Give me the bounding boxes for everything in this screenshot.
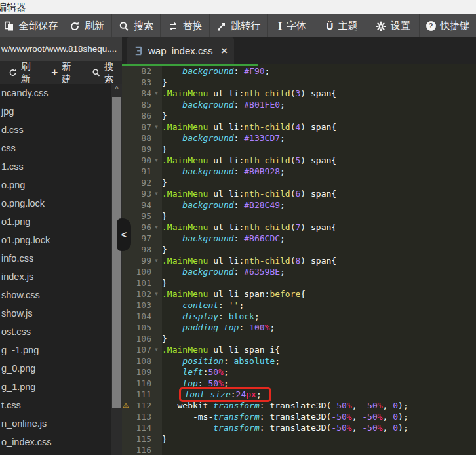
code-line[interactable]: }	[162, 433, 476, 445]
replace-button[interactable]: 替换	[161, 14, 210, 37]
file-item[interactable]: d.css	[0, 121, 111, 139]
code-row[interactable]: ⚠112 -webkit-transform: translate3D(-50%…	[122, 400, 476, 411]
fold-icon[interactable]: ▾	[151, 344, 161, 355]
code-line[interactable]: transform: translate3D(-50%, -50%, 0);	[162, 422, 476, 433]
scrollbar-thumb[interactable]	[112, 97, 121, 408]
code-line[interactable]: background: #B0B928;	[162, 166, 476, 177]
fold-icon[interactable]: ▾	[151, 88, 161, 99]
code-row[interactable]: 104 display: block;	[122, 311, 476, 322]
code-line[interactable]: }	[162, 210, 476, 222]
code-row[interactable]: 115}	[122, 433, 476, 445]
code-row[interactable]: 87▾.MainMenu ul li:nth-child(4) span{	[122, 121, 476, 132]
close-icon[interactable]: ×	[221, 45, 228, 56]
code-row[interactable]: 116	[122, 445, 476, 455]
code-row[interactable]: 83}	[122, 77, 476, 88]
code-line[interactable]: .MainMenu ul li:nth-child(8) span{	[162, 255, 476, 266]
hotkeys-button[interactable]: ? 快捷键	[420, 14, 476, 37]
code-line[interactable]: font-size:24px;	[162, 389, 476, 400]
code-line[interactable]: left:50%;	[162, 366, 476, 378]
file-item[interactable]: show.js	[0, 304, 111, 323]
code-row[interactable]: 89}	[122, 144, 476, 155]
code-line[interactable]: background: #B01FE0;	[162, 99, 476, 110]
code-row[interactable]: 105 padding-top: 100%;	[122, 322, 476, 333]
fold-icon[interactable]: ▾	[151, 288, 161, 300]
code-line[interactable]: }	[162, 333, 476, 344]
code-line[interactable]: background: #B28C49;	[162, 199, 476, 210]
code-line[interactable]: .MainMenu ul li span i{	[162, 344, 476, 355]
collapse-sidebar-handle[interactable]: <	[117, 218, 131, 251]
code-line[interactable]: background: #B66CDC;	[162, 233, 476, 244]
code-row[interactable]: 84▾.MainMenu ul li:nth-child(3) span{	[122, 88, 476, 99]
fold-icon[interactable]: ▾	[151, 155, 161, 166]
code-row[interactable]: 113 -ms-transform: translate3D(-50%, -50…	[122, 411, 476, 422]
code-row[interactable]: 108 position: absolute;	[122, 355, 476, 366]
fold-icon[interactable]: ▾	[151, 121, 161, 132]
refresh-button[interactable]: 刷新	[62, 14, 112, 37]
code-line[interactable]: }	[162, 77, 476, 88]
code-line[interactable]: }	[162, 144, 476, 155]
file-item[interactable]: n_online.js	[0, 414, 111, 433]
code-line[interactable]: .MainMenu ul li:nth-child(5) span{	[162, 155, 476, 166]
code-row[interactable]: 103 content: '';	[122, 300, 476, 311]
code-line[interactable]: background: #133CD7;	[162, 132, 476, 144]
code-row[interactable]: 82 background: #F90;	[122, 66, 476, 77]
file-item[interactable]: index.js	[0, 267, 111, 286]
fold-icon[interactable]: ▾	[151, 188, 161, 199]
scroll-up-icon[interactable]: ^	[111, 84, 122, 94]
code-line[interactable]	[162, 445, 476, 455]
code-line[interactable]: content: '';	[162, 300, 476, 311]
code-row[interactable]: 114 transform: translate3D(-50%, -50%, 0…	[122, 422, 476, 433]
settings-button[interactable]: 设置	[367, 14, 420, 37]
code-row[interactable]: 106}	[122, 333, 476, 344]
tab-wap-index-css[interactable]: wap_index.css ×	[127, 37, 234, 64]
file-item[interactable]: g_1.png	[0, 378, 111, 396]
code-row[interactable]: 91 background: #B0B928;	[122, 166, 476, 177]
code-row[interactable]: 96▾.MainMenu ul li:nth-child(7) span{	[122, 222, 476, 233]
search-button[interactable]: 搜索	[112, 14, 161, 37]
code-line[interactable]: .MainMenu ul li span:before{	[162, 288, 476, 300]
code-line[interactable]: background: #F90;	[162, 66, 476, 77]
code-row[interactable]: 92}	[122, 177, 476, 188]
font-button[interactable]: I 字体	[268, 14, 317, 37]
code-row[interactable]: 97 background: #B66CDC;	[122, 233, 476, 244]
code-line[interactable]: .MainMenu ul li:nth-child(6) span{	[162, 188, 476, 199]
code-row[interactable]: 101}	[122, 277, 476, 288]
code-row[interactable]: 109 left:50%;	[122, 366, 476, 378]
code-line[interactable]: background: #6359BE;	[162, 266, 476, 277]
code-row[interactable]: 95}	[122, 210, 476, 222]
file-item[interactable]: ncandy.css	[0, 84, 111, 102]
code-row[interactable]: 93▾.MainMenu ul li:nth-child(6) span{	[122, 188, 476, 199]
code-row[interactable]: 90▾.MainMenu ul li:nth-child(5) span{	[122, 155, 476, 166]
code-line[interactable]: }	[162, 244, 476, 255]
code-row[interactable]: 85 background: #B01FE0;	[122, 99, 476, 110]
code-line[interactable]: .MainMenu ul li:nth-child(7) span{	[162, 222, 476, 233]
code-line[interactable]: position: absolute;	[162, 355, 476, 366]
file-item[interactable]: g_0.png	[0, 359, 111, 378]
file-item[interactable]: o.png	[0, 176, 111, 194]
code-line[interactable]: }	[162, 177, 476, 188]
code-row[interactable]: 100 background: #6359BE;	[122, 266, 476, 277]
code-line[interactable]: }	[162, 110, 476, 121]
file-item[interactable]: 1.css	[0, 157, 111, 176]
code-line[interactable]: .MainMenu ul li:nth-child(4) span{	[162, 121, 476, 132]
file-item[interactable]: o1.png	[0, 212, 111, 231]
file-item[interactable]: ost.css	[0, 323, 111, 341]
code-row[interactable]: 107▾.MainMenu ul li span i{	[122, 344, 476, 355]
file-item[interactable]: g_-1.png	[0, 341, 111, 359]
code-line[interactable]: -webkit-transform: translate3D(-50%, -50…	[162, 400, 476, 411]
code-row[interactable]: 98}	[122, 244, 476, 255]
code-line[interactable]: }	[162, 277, 476, 288]
goto-line-button[interactable]: 跳转行	[210, 14, 268, 37]
sidebar-search-button[interactable]: 搜索	[92, 60, 122, 85]
sidebar-refresh-button[interactable]: 刷新	[9, 60, 39, 85]
file-item[interactable]: info.css	[0, 249, 111, 267]
code-row[interactable]: 86}	[122, 110, 476, 121]
fold-icon[interactable]: ▾	[151, 222, 161, 233]
file-item[interactable]: t.css	[0, 396, 111, 414]
code-line[interactable]: display: block;	[162, 311, 476, 322]
file-item[interactable]: show.css	[0, 286, 111, 304]
file-item[interactable]: o1.png.lock	[0, 231, 111, 249]
code-line[interactable]: .MainMenu ul li:nth-child(3) span{	[162, 88, 476, 99]
file-item[interactable]: jpg	[0, 102, 111, 121]
sidebar-scrollbar[interactable]: ^	[111, 84, 122, 455]
